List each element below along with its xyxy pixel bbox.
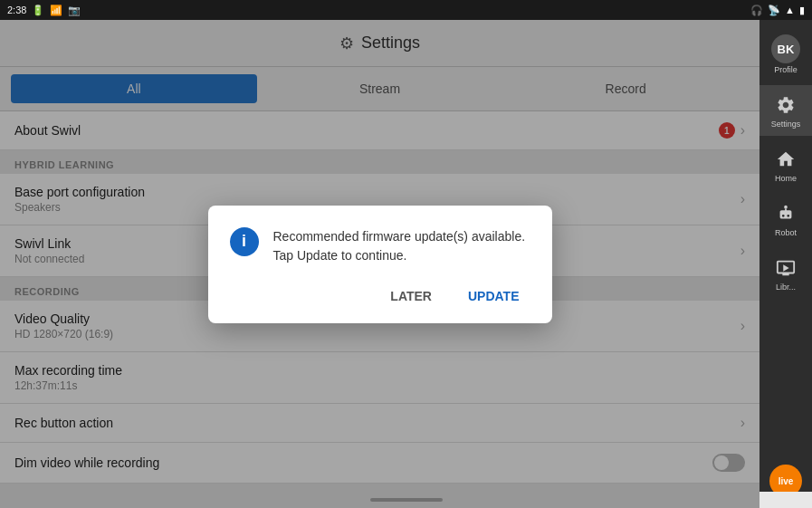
sim-icon: 📶 bbox=[50, 5, 62, 16]
sidebar-item-robot[interactable]: Robot bbox=[759, 194, 812, 244]
library-sidebar-icon bbox=[773, 255, 798, 281]
sidebar-settings-label: Settings bbox=[771, 120, 801, 129]
update-button[interactable]: Update bbox=[457, 283, 530, 309]
modal-message: Recommended firmware update(s) available… bbox=[273, 227, 530, 265]
sidebar-home-label: Home bbox=[775, 174, 797, 183]
sidebar-profile-label: Profile bbox=[774, 65, 798, 74]
status-right: 🎧 📡 ▲ ▮ bbox=[750, 5, 805, 16]
modal-overlay: i Recommended firmware update(s) availab… bbox=[0, 20, 759, 508]
later-button[interactable]: Later bbox=[379, 283, 443, 309]
home-sidebar-icon bbox=[773, 147, 798, 172]
wifi-icon: ▲ bbox=[785, 5, 795, 15]
time-display: 2:38 bbox=[7, 5, 26, 15]
headphone-icon: 🎧 bbox=[750, 5, 763, 16]
sidebar-robot-label: Robot bbox=[775, 228, 797, 237]
info-icon: i bbox=[230, 227, 259, 256]
status-left: 2:38 🔋 📶 📷 bbox=[7, 5, 81, 16]
modal-actions: Later Update bbox=[230, 283, 530, 309]
battery-icon: 🔋 bbox=[32, 5, 44, 16]
avatar: BK bbox=[771, 34, 800, 63]
battery-right-icon: ▮ bbox=[799, 5, 805, 16]
modal-body: i Recommended firmware update(s) availab… bbox=[230, 227, 530, 265]
settings-sidebar-icon bbox=[773, 92, 798, 118]
right-sidebar: BK Profile Settings Home bbox=[759, 20, 812, 508]
sidebar-item-settings[interactable]: Settings bbox=[759, 85, 812, 136]
status-bar: 2:38 🔋 📶 📷 🎧 📡 ▲ ▮ bbox=[0, 0, 812, 20]
camera-icon: 📷 bbox=[68, 5, 81, 16]
sidebar-library-label: Libr... bbox=[776, 283, 796, 292]
sidebar-item-home[interactable]: Home bbox=[759, 139, 812, 190]
sidebar-item-profile[interactable]: BK Profile bbox=[759, 27, 812, 81]
robot-sidebar-icon bbox=[773, 201, 798, 226]
sidebar-item-library[interactable]: Libr... bbox=[759, 248, 812, 299]
network-icon: 📡 bbox=[768, 5, 780, 16]
firmware-update-dialog: i Recommended firmware update(s) availab… bbox=[208, 206, 552, 323]
